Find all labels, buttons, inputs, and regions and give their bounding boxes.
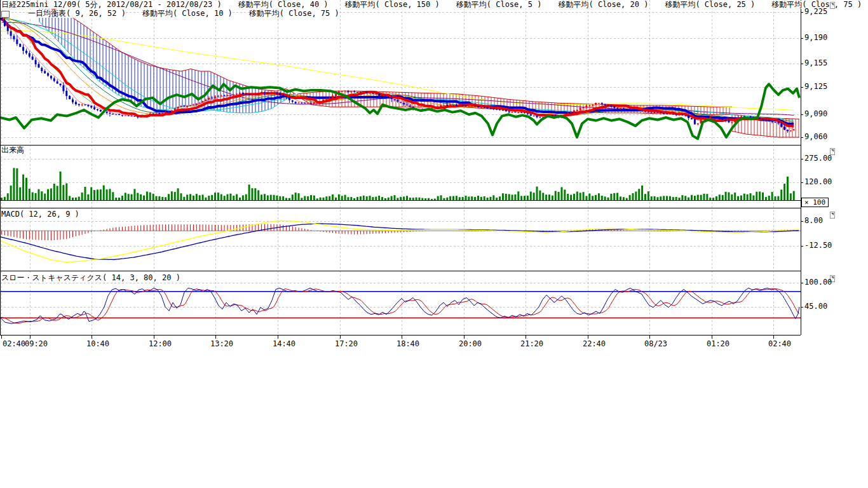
legend-item: 移動平均( Close, 40 ) xyxy=(238,1,329,9)
legend-item: 移動平均( Close, 5 ) xyxy=(456,1,542,9)
price-axis-label: 9,225 xyxy=(804,8,827,16)
legend-item: 移動平均( Close, 75 ) xyxy=(249,10,339,18)
time-axis-label: 12:00 xyxy=(146,340,174,348)
legend-collapse-icon[interactable] xyxy=(1,11,10,18)
stoch-axis-label: 45.00 xyxy=(804,302,827,311)
macd-axis-label: -12.50 xyxy=(804,241,832,250)
time-axis-label: 08/23 xyxy=(642,340,670,348)
price-axis-label: 9,190 xyxy=(804,34,827,42)
price-axis-label: 9,155 xyxy=(804,59,827,67)
time-axis-label: 17:20 xyxy=(332,340,360,348)
time-axis-label: 22:40 xyxy=(580,340,608,348)
price-panel-collapse-icon[interactable] xyxy=(830,2,835,9)
time-axis-label: 14:40 xyxy=(270,340,298,348)
chart-plot-area[interactable] xyxy=(0,0,868,356)
volume-panel-label: 出来高 xyxy=(1,146,24,154)
price-axis-label: 9,125 xyxy=(804,83,827,91)
chart-application-window: 日経225mini 12/09( 5分, 2012/08/21 - 2012/0… xyxy=(0,0,868,488)
time-axis-label: 02:40 xyxy=(766,340,794,348)
header-row-1: 日経225mini 12/09( 5分, 2012/08/21 - 2012/0… xyxy=(1,1,862,9)
time-axis-label: 21:20 xyxy=(518,340,546,348)
price-axis-label: 9,060 xyxy=(804,133,827,141)
stoch-axis-label: 100.00 xyxy=(804,278,832,287)
time-axis-label: 01:20 xyxy=(704,340,732,348)
time-axis-label: 10:40 xyxy=(84,340,112,348)
legend-item: 移動平均( Close, 10 ) xyxy=(142,10,233,18)
time-axis-label: 18:40 xyxy=(394,340,422,348)
time-axis-label: 09:20 xyxy=(22,340,50,348)
legend-item: 移動平均( Close, 20 ) xyxy=(558,1,648,9)
legend-item: 移動平均( Close, 25 ) xyxy=(665,1,755,9)
macd-panel-collapse-icon[interactable] xyxy=(830,212,835,219)
volume-axis-label: 275.00 xyxy=(804,154,832,163)
time-axis-label: 20:00 xyxy=(456,340,484,348)
chart-title: 日経225mini 12/09( 5分, 2012/08/21 - 2012/0… xyxy=(1,1,222,9)
header-row-2: 一目均衡表( 9, 26, 52 )移動平均( Close, 10 )移動平均(… xyxy=(1,10,339,18)
legend-item: 一目均衡表( 9, 26, 52 ) xyxy=(28,10,126,18)
macd-axis-label: 8.00 xyxy=(804,217,823,225)
stoch-panel-label: スロー・ストキャスティクス( 14, 3, 80, 20 ) xyxy=(1,274,180,282)
macd-panel-label: MACD( 12, 26, 9 ) xyxy=(1,210,79,219)
time-axis-label: 13:20 xyxy=(208,340,236,348)
price-axis-label: 9,090 xyxy=(804,110,827,118)
volume-axis-label: 120.00 xyxy=(804,178,832,186)
legend-item: 移動平均( Close, 150 ) xyxy=(345,1,440,9)
volume-unit-badge: × 100 xyxy=(801,198,829,207)
